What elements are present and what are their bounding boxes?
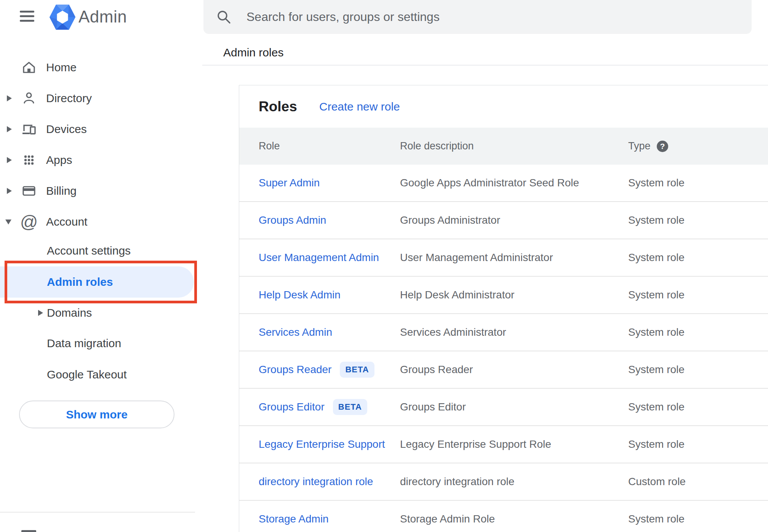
role-link[interactable]: Storage Admin	[259, 513, 329, 525]
sidebar-item-label: Account	[46, 215, 87, 228]
role-link[interactable]: Groups Admin	[259, 214, 326, 226]
sidebar: Admin Home Directory	[0, 0, 202, 532]
beta-badge: BETA	[340, 362, 374, 378]
role-link[interactable]: Groups Reader	[259, 364, 331, 376]
role-description: Help Desk Administrator	[400, 277, 514, 313]
sidebar-item-label: Account settings	[47, 244, 131, 257]
sidebar-item-apps[interactable]: Apps	[0, 145, 195, 175]
create-new-role-link[interactable]: Create new role	[319, 100, 400, 113]
sidebar-item-account[interactable]: @ Account	[0, 207, 195, 237]
collapse-down-icon[interactable]	[5, 220, 11, 224]
role-description: Google Apps Administrator Seed Role	[400, 165, 579, 201]
home-icon	[21, 59, 37, 76]
hamburger-menu-icon[interactable]	[20, 11, 34, 22]
table-header-row: Role Role description Type ?	[239, 128, 768, 165]
sidebar-item-label: Data migration	[47, 337, 121, 350]
role-type: System role	[628, 165, 685, 201]
role-link[interactable]: Help Desk Admin	[259, 289, 341, 301]
roles-table: Super Admin Google Apps Administrator Se…	[239, 165, 768, 532]
role-type: System role	[628, 351, 685, 388]
expand-right-icon[interactable]	[7, 157, 12, 163]
sidebar-item-label: Google Takeout	[47, 368, 127, 381]
role-type: System role	[628, 239, 685, 276]
role-type: System role	[628, 277, 685, 313]
sidebar-item-label: Devices	[46, 123, 87, 136]
sidebar-item-label: Domains	[47, 306, 92, 319]
role-type: System role	[628, 426, 685, 463]
show-more-button[interactable]: Show more	[19, 401, 174, 428]
table-row: Groups Editor BETA Groups Editor System …	[239, 389, 768, 426]
sidebar-item-domains[interactable]: Domains	[0, 298, 195, 328]
role-type: System role	[628, 202, 685, 239]
role-link[interactable]: User Management Admin	[259, 252, 379, 264]
role-type: System role	[628, 501, 685, 532]
expand-right-icon[interactable]	[7, 95, 12, 101]
sidebar-item-label: Admin roles	[47, 276, 113, 288]
role-description: directory integration role	[400, 463, 514, 500]
app-title: Admin	[78, 7, 127, 26]
expand-right-icon[interactable]	[7, 188, 12, 194]
sidebar-item-account-settings[interactable]: Account settings	[0, 236, 195, 266]
roles-card: Roles Create new role Role Role descript…	[239, 85, 768, 532]
sidebar-item-data-migration[interactable]: Data migration	[0, 328, 195, 359]
sidebar-divider	[0, 512, 195, 513]
table-row: Groups Admin Groups Administrator System…	[239, 202, 768, 239]
role-description: Legacy Enterprise Support Role	[400, 426, 551, 463]
sidebar-item-label: Directory	[46, 92, 92, 105]
role-type: System role	[628, 314, 685, 351]
role-description: User Management Administrator	[400, 239, 553, 276]
role-link[interactable]: Services Admin	[259, 326, 332, 338]
expand-right-icon[interactable]	[7, 126, 12, 132]
sidebar-item-home[interactable]: Home	[0, 52, 195, 83]
roles-title: Roles	[259, 99, 297, 115]
table-row: Storage Admin Storage Admin Role System …	[239, 501, 768, 532]
help-icon[interactable]: ?	[657, 141, 668, 152]
table-row: Groups Reader BETA Groups Reader System …	[239, 351, 768, 389]
role-type: System role	[628, 389, 685, 425]
role-description: Groups Reader	[400, 351, 473, 388]
apps-grid-icon	[21, 152, 37, 168]
admin-logo-icon	[49, 3, 76, 31]
column-header-role: Role	[259, 128, 280, 165]
role-link[interactable]: Super Admin	[259, 177, 320, 189]
table-row: Legacy Enterprise Support Legacy Enterpr…	[239, 426, 768, 463]
sidebar-item-admin-roles-selected[interactable]: Admin roles	[0, 266, 194, 298]
beta-badge: BETA	[333, 399, 367, 415]
sidebar-item-billing[interactable]: Billing	[0, 176, 195, 206]
role-link[interactable]: Groups Editor	[259, 401, 325, 413]
sidebar-item-google-takeout[interactable]: Google Takeout	[0, 359, 195, 390]
table-row: User Management Admin User Management Ad…	[239, 239, 768, 277]
table-row: Help Desk Admin Help Desk Administrator …	[239, 277, 768, 314]
at-sign-icon: @	[21, 213, 37, 230]
sidebar-item-devices[interactable]: Devices	[0, 114, 195, 144]
column-header-type: Type	[628, 128, 651, 165]
sidebar-item-label: Billing	[46, 184, 77, 197]
role-link[interactable]: directory integration role	[259, 476, 373, 488]
roles-card-header: Roles Create new role	[239, 85, 768, 128]
role-link[interactable]: Legacy Enterprise Support	[259, 438, 385, 450]
table-row: Services Admin Services Administrator Sy…	[239, 314, 768, 351]
table-row: Super Admin Google Apps Administrator Se…	[239, 165, 768, 202]
credit-card-icon	[21, 183, 37, 199]
role-description: Services Administrator	[400, 314, 506, 351]
role-description: Groups Editor	[400, 389, 466, 425]
search-placeholder: Search for users, groups or settings	[246, 0, 440, 34]
person-icon	[21, 90, 37, 107]
expand-right-icon[interactable]	[38, 310, 43, 316]
sidebar-item-label: Apps	[46, 154, 72, 167]
column-header-role-description: Role description	[400, 128, 474, 165]
breadcrumb: Admin roles	[223, 46, 283, 59]
role-description: Storage Admin Role	[400, 501, 495, 532]
sidebar-item-directory[interactable]: Directory	[0, 83, 195, 114]
role-type: Custom role	[628, 463, 686, 500]
devices-icon	[21, 121, 37, 138]
search-icon[interactable]	[216, 9, 232, 26]
role-description: Groups Administrator	[400, 202, 500, 239]
clipped-menu-icon	[21, 530, 36, 532]
sidebar-item-label: Home	[46, 61, 77, 74]
table-row: directory integration role directory int…	[239, 463, 768, 501]
content-divider	[202, 65, 768, 66]
